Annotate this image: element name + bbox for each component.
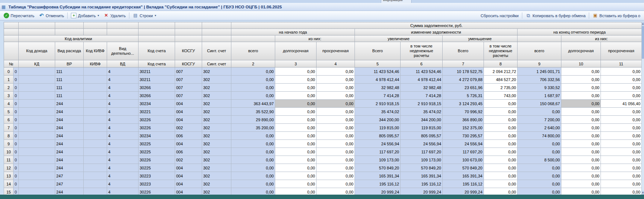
cell-vd[interactable]: 4	[107, 188, 139, 195]
cell-vr[interactable]: 244	[55, 100, 84, 108]
cell-col4[interactable]: 0,00	[317, 148, 355, 156]
cell-col9[interactable]: 0,00	[518, 140, 561, 148]
cell-col5[interactable]: 4 978 412,44	[355, 76, 401, 84]
cell-vd[interactable]: 4	[107, 180, 139, 188]
cell-col7[interactable]: 570 849,20	[443, 164, 484, 172]
cell-col2[interactable]: 0,00	[231, 84, 275, 92]
cell-kd[interactable]	[19, 68, 55, 76]
cell-col9[interactable]: 0,00	[518, 172, 561, 180]
cell-sint[interactable]: 302	[202, 68, 231, 76]
cell-col6[interactable]: 7 414,28	[401, 92, 443, 100]
row-number[interactable]: 15	[4, 188, 14, 195]
cell-kosgu[interactable]: 002	[175, 156, 202, 164]
cell-vd[interactable]: 4	[107, 124, 139, 132]
cell-kivf[interactable]	[84, 124, 107, 132]
cell-col4[interactable]: 0,00	[317, 100, 355, 108]
cell-col8[interactable]: 0,00	[484, 172, 518, 180]
cell-col2[interactable]: 0,00	[231, 148, 275, 156]
cell-vd[interactable]: 4	[107, 164, 139, 172]
cell-kivf[interactable]	[84, 100, 107, 108]
cell-vr[interactable]: 111	[55, 76, 84, 84]
cell-col10[interactable]: 0,00	[561, 132, 601, 140]
rows-menu-button[interactable]: Строки	[130, 12, 158, 19]
cell-col3[interactable]: 0,00	[275, 84, 317, 92]
cell-col7[interactable]: 20 999,24	[443, 188, 484, 195]
cell-col4[interactable]: 0,00	[317, 140, 355, 148]
cell-vd[interactable]: 4	[107, 100, 139, 108]
row-marker[interactable]: 0	[14, 116, 19, 124]
cell-col8[interactable]: 0,00	[484, 188, 518, 195]
cell-col3[interactable]: 0,00	[275, 76, 317, 84]
cell-col8[interactable]: 2 735,00	[484, 84, 518, 92]
cell-vd[interactable]: 4	[107, 172, 139, 180]
cell-col6[interactable]: 805 095,57	[401, 132, 443, 140]
cell-col7[interactable]: 100 673,00	[443, 156, 484, 164]
cell-sint[interactable]: 302	[202, 116, 231, 124]
cell-vr[interactable]: 244	[55, 164, 84, 172]
cell-col9[interactable]: 0,00	[518, 108, 561, 116]
cell-col9[interactable]: 74 800,00	[518, 132, 561, 140]
cell-col9[interactable]: 0,00	[518, 180, 561, 188]
cell-col5[interactable]: 35 474,02	[355, 108, 401, 116]
cell-kivf[interactable]	[84, 188, 107, 195]
cell-kosgu[interactable]: 004	[175, 172, 202, 180]
cell-col9[interactable]: 0,00	[518, 148, 561, 156]
cell-col4[interactable]: 0,00	[317, 84, 355, 92]
cell-col11[interactable]: 0,00	[601, 188, 642, 195]
cell-col7[interactable]: 165 391,34	[443, 172, 484, 180]
recalculate-button[interactable]: Пересчитать	[1, 12, 37, 19]
cell-col2[interactable]: 0,00	[231, 140, 275, 148]
cell-col3[interactable]: 0,00	[275, 164, 317, 172]
cell-kosgu[interactable]: 007	[175, 92, 202, 100]
cell-col4[interactable]: 0,00	[317, 92, 355, 100]
cell-kd[interactable]	[19, 180, 55, 188]
cell-col2[interactable]: 0,00	[231, 180, 275, 188]
cell-kd[interactable]	[19, 164, 55, 172]
cell-kd[interactable]	[19, 140, 55, 148]
cell-col4[interactable]: 0,00	[317, 76, 355, 84]
cell-vd[interactable]: 4	[107, 132, 139, 140]
cell-col10[interactable]: 0,00	[561, 148, 601, 156]
cell-col6[interactable]: 344 200,00	[401, 116, 443, 124]
cell-kivf[interactable]	[84, 172, 107, 180]
cell-col3[interactable]: 0,00	[275, 108, 317, 116]
cell-sint[interactable]: 302	[202, 76, 231, 84]
cell-col3[interactable]: 0,00	[275, 92, 317, 100]
row-number[interactable]: 2	[4, 84, 14, 92]
cell-col9[interactable]: 8 500,00	[518, 156, 561, 164]
cell-col6[interactable]: 4 978 412,44	[401, 76, 443, 84]
cell-col10[interactable]: 0,00	[561, 124, 601, 132]
cell-col10[interactable]: 0,00	[561, 156, 601, 164]
cell-kivf[interactable]	[84, 68, 107, 76]
cell-sint[interactable]: 302	[202, 172, 231, 180]
row-marker[interactable]: 0	[14, 124, 19, 132]
cell-col6[interactable]: 117 697,20	[401, 148, 443, 156]
cell-col11[interactable]: 0,00	[601, 132, 642, 140]
cell-kosgu[interactable]: 006	[175, 148, 202, 156]
cell-col3[interactable]: 0,00	[275, 148, 317, 156]
cell-vr[interactable]: 111	[55, 92, 84, 100]
scroll-thumb[interactable]	[642, 26, 644, 59]
cell-kosgu[interactable]: 004	[175, 100, 202, 108]
cell-vr[interactable]: 244	[55, 148, 84, 156]
cell-vd[interactable]: 4	[107, 92, 139, 100]
cell-col2[interactable]: 0,00	[231, 156, 275, 164]
vertical-scrollbar[interactable]: ▲ ▼	[641, 22, 644, 195]
cell-kd[interactable]	[19, 172, 55, 180]
cell-kivf[interactable]	[84, 148, 107, 156]
cell-col8[interactable]: 0,00	[484, 156, 518, 164]
cell-vr[interactable]: 111	[55, 84, 84, 92]
cell-col2[interactable]: 35 200,00	[231, 124, 275, 132]
cell-kivf[interactable]	[84, 180, 107, 188]
cell-col10[interactable]: 0,00	[561, 84, 601, 92]
row-marker[interactable]: 0	[14, 76, 19, 84]
row-marker[interactable]: 0	[14, 92, 19, 100]
cell-vr[interactable]: 244	[55, 124, 84, 132]
cell-col6[interactable]: 20 999,24	[401, 188, 443, 195]
cell-col7[interactable]: 4 272 079,88	[443, 76, 484, 84]
cell-col8[interactable]: 0,00	[484, 148, 518, 156]
cell-col7[interactable]: 5 726,31	[443, 92, 484, 100]
cell-col11[interactable]: 0,00	[601, 180, 642, 188]
cell-kd[interactable]	[19, 156, 55, 164]
cell-vd[interactable]: 4	[107, 116, 139, 124]
